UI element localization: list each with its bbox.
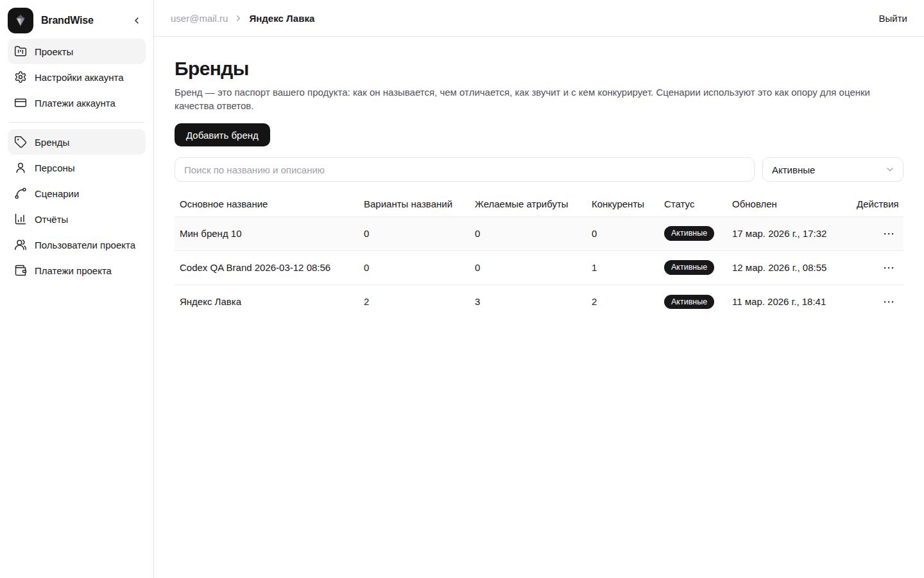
status-badge: Активные [664, 260, 714, 275]
status-filter-value: Активные [772, 164, 815, 175]
chevron-left-icon [132, 15, 142, 26]
sidebar-item-brands[interactable]: Бренды [8, 129, 146, 155]
row-actions-button[interactable]: ⋯ [879, 259, 898, 276]
ellipsis-icon: ⋯ [883, 261, 894, 274]
brand-updated: 12 мар. 2026 г., 08:55 [727, 250, 851, 285]
col-header-variants: Варианты названий [359, 192, 470, 216]
gem-icon [13, 13, 28, 28]
table-row[interactable]: Яндекс Лавка 2 3 2 Активные 11 мар. 2026… [175, 285, 903, 319]
brand-competitors-count: 0 [586, 216, 659, 250]
brand-attributes-count: 0 [470, 216, 586, 250]
brand-name: Мин бренд 10 [175, 216, 359, 250]
col-header-name: Основное название [175, 192, 359, 216]
sidebar-item-label: Персоны [35, 162, 75, 173]
topbar: user@mail.ru Яндекс Лавка Выйти [154, 0, 924, 37]
col-header-status: Статус [659, 192, 727, 216]
sidebar-item-label: Платежи аккаунта [35, 98, 116, 109]
sidebar-divider [9, 122, 144, 123]
status-badge: Активные [664, 295, 714, 310]
sidebar-collapse-button[interactable] [128, 12, 146, 30]
sidebar-item-label: Пользователи проекта [35, 240, 135, 250]
sidebar-item-projects[interactable]: Проекты [8, 39, 146, 64]
sidebar-item-project-payments[interactable]: Платежи проекта [8, 258, 146, 283]
table-header-row: Основное название Варианты названий Жела… [175, 192, 903, 216]
sidebar-item-project-users[interactable]: Пользователи проекта [8, 232, 146, 258]
brand-competitors-count: 2 [586, 285, 659, 319]
ellipsis-icon: ⋯ [883, 295, 894, 308]
sidebar-item-label: Проекты [35, 46, 73, 57]
sidebar-item-personas[interactable]: Персоны [8, 155, 146, 180]
sidebar-item-scenarios[interactable]: Сценарии [8, 180, 146, 206]
sidebar: BrandWise Проекты Настройки аккаунта [0, 0, 154, 578]
sidebar-item-label: Сценарии [35, 188, 79, 199]
app-name: BrandWise [41, 15, 120, 26]
table-row[interactable]: Codex QA Brand 2026-03-12 08:56 0 0 1 Ак… [175, 250, 903, 285]
breadcrumb-account[interactable]: user@mail.ru [171, 13, 228, 24]
sidebar-item-reports[interactable]: Отчёты [8, 206, 146, 232]
search-input[interactable] [175, 157, 755, 182]
table-controls: Активные [175, 157, 903, 182]
row-actions-button[interactable]: ⋯ [879, 293, 898, 310]
sidebar-nav: Проекты Настройки аккаунта Платежи аккау… [8, 39, 146, 283]
breadcrumb: user@mail.ru Яндекс Лавка [171, 13, 314, 24]
status-badge: Активные [664, 226, 714, 241]
sidebar-item-label: Настройки аккаунта [35, 72, 124, 83]
brand-attributes-count: 0 [470, 250, 586, 285]
credit-card-icon [14, 96, 27, 109]
col-header-competitors: Конкуренты [586, 192, 659, 216]
app-logo [8, 8, 33, 33]
col-header-updated: Обновлен [727, 192, 851, 216]
brand-name: Codex QA Brand 2026-03-12 08:56 [175, 250, 359, 285]
sidebar-item-account-payments[interactable]: Платежи аккаунта [8, 90, 146, 116]
col-header-attributes: Желаемые атрибуты [470, 192, 586, 216]
brand-name: Яндекс Лавка [175, 285, 359, 319]
col-header-actions: Действия [851, 192, 903, 216]
tag-icon [14, 136, 27, 148]
chevron-down-icon [885, 164, 895, 175]
users-icon [14, 238, 27, 251]
ellipsis-icon: ⋯ [883, 227, 894, 240]
brand-updated: 11 мар. 2026 г., 18:41 [727, 285, 851, 319]
user-icon [14, 161, 27, 174]
brand-updated: 17 мар. 2026 г., 17:32 [727, 216, 851, 250]
bar-chart-icon [14, 213, 27, 225]
logout-button[interactable]: Выйти [879, 13, 907, 24]
brand-competitors-count: 1 [586, 250, 659, 285]
folder-kanban-icon [14, 45, 27, 58]
sidebar-item-label: Бренды [35, 137, 69, 148]
main-area: user@mail.ru Яндекс Лавка Выйти Бренды Б… [154, 0, 924, 578]
breadcrumb-project: Яндекс Лавка [249, 13, 314, 24]
add-brand-button[interactable]: Добавить бренд [175, 123, 270, 146]
brand-variants-count: 0 [359, 216, 470, 250]
sidebar-item-label: Платежи проекта [35, 265, 112, 276]
logo-row: BrandWise [8, 6, 146, 35]
sidebar-item-account-settings[interactable]: Настройки аккаунта [8, 64, 146, 90]
spline-icon [14, 187, 27, 200]
chevron-right-icon [234, 13, 243, 23]
page-content: Бренды Бренд — это паспорт вашего продук… [154, 37, 924, 319]
table-row[interactable]: Мин бренд 10 0 0 0 Активные 17 мар. 2026… [175, 216, 903, 250]
page-description: Бренд — это паспорт вашего продукта: как… [175, 85, 903, 112]
gear-icon [14, 71, 27, 83]
row-actions-button[interactable]: ⋯ [879, 225, 898, 242]
status-filter-select[interactable]: Активные [762, 157, 903, 182]
sidebar-item-label: Отчёты [35, 214, 68, 225]
page-title: Бренды [175, 58, 903, 79]
wallet-icon [14, 264, 27, 277]
brands-table: Основное название Варианты названий Жела… [175, 192, 903, 319]
brand-variants-count: 2 [359, 285, 470, 319]
brand-attributes-count: 3 [470, 285, 586, 319]
brand-variants-count: 0 [359, 250, 470, 285]
